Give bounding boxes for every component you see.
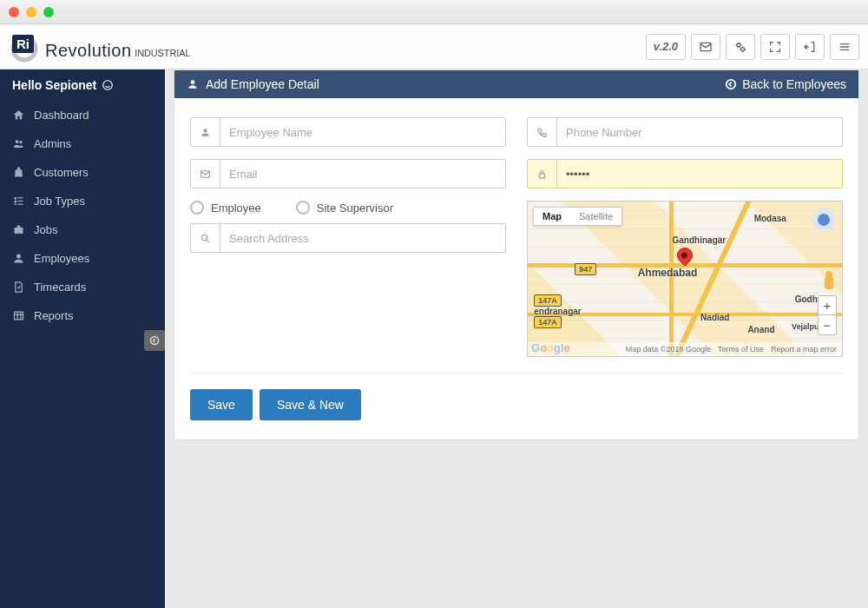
chevron-left-icon: [149, 335, 160, 346]
sidebar-item-job-types[interactable]: Job Types: [0, 187, 165, 215]
save-button[interactable]: Save: [190, 389, 253, 420]
brand-logo: Ri Revolution INDUSTRIAL: [9, 33, 191, 61]
map-city-label: Ahmedabad: [638, 267, 698, 279]
table-icon: [12, 309, 25, 322]
maximize-window-icon[interactable]: [43, 7, 54, 17]
email-field[interactable]: [190, 159, 506, 188]
settings-button[interactable]: [726, 34, 755, 60]
sidebar-item-employees[interactable]: Employees: [0, 244, 165, 273]
sidebar-item-dashboard[interactable]: Dashboard: [0, 101, 165, 129]
svg-rect-9: [17, 201, 23, 202]
content-area: Add Employee Detail Back to Employees: [165, 69, 868, 608]
brand-subtitle: INDUSTRIAL: [135, 48, 190, 58]
back-arrow-icon: [725, 78, 737, 90]
brand-name: Revolution: [45, 41, 132, 60]
envelope-icon: [200, 169, 211, 180]
svg-point-2: [741, 47, 745, 50]
users-icon: [12, 137, 25, 150]
role-supervisor-radio[interactable]: Site Supervisor: [296, 201, 393, 215]
sidebar-item-customers[interactable]: Customers: [0, 158, 165, 187]
briefcase-icon: [12, 223, 25, 236]
svg-rect-20: [539, 173, 545, 177]
svg-rect-11: [17, 204, 23, 205]
svg-rect-10: [15, 204, 17, 205]
list-icon: [12, 195, 25, 208]
svg-point-1: [737, 43, 740, 47]
svg-point-17: [727, 80, 736, 89]
fullscreen-button[interactable]: [760, 34, 790, 60]
sidebar-item-label: Job Types: [34, 195, 85, 208]
version-badge: v.2.0: [646, 34, 686, 60]
smile-icon: [102, 79, 114, 91]
sidebar-item-label: Employees: [34, 252, 89, 265]
password-field[interactable]: [527, 159, 843, 188]
svg-point-13: [16, 254, 21, 259]
panel-title: Add Employee Detail: [206, 77, 319, 91]
back-to-employees-link[interactable]: Back to Employees: [725, 77, 846, 91]
map-zoom-out-button[interactable]: −: [819, 315, 836, 334]
toolbar: v.2.0: [646, 34, 859, 60]
role-employee-radio[interactable]: Employee: [190, 201, 261, 215]
expand-icon: [768, 40, 782, 54]
svg-rect-14: [15, 312, 23, 320]
map-city-label: endranagar: [534, 307, 581, 316]
map-city-label: Anand: [747, 325, 774, 334]
sidebar-item-label: Reports: [34, 309, 74, 322]
sidebar-item-admins[interactable]: Admins: [0, 129, 165, 158]
greeting: Hello Sepionet: [0, 69, 165, 101]
svg-point-21: [201, 235, 207, 241]
panel-header: Add Employee Detail Back to Employees: [174, 70, 858, 98]
lock-icon: [536, 169, 548, 180]
top-app-bar: Ri Revolution INDUSTRIAL v.2.0: [0, 24, 868, 69]
map-report-link[interactable]: Report a map error: [771, 345, 837, 354]
map-zoom-control: + −: [818, 295, 837, 335]
sidebar-item-label: Dashboard: [34, 109, 89, 122]
bag-icon: [12, 166, 25, 179]
save-and-new-button[interactable]: Save & New: [260, 389, 361, 420]
close-window-icon[interactable]: [9, 7, 19, 17]
svg-rect-6: [15, 197, 17, 200]
phone-icon: [536, 127, 548, 138]
map-attribution: Map data ©2016 Google Terms of Use Repor…: [528, 342, 842, 356]
password-input[interactable]: [557, 160, 842, 188]
logout-button[interactable]: [795, 34, 825, 60]
sidebar-item-jobs[interactable]: Jobs: [0, 215, 165, 244]
streetview-pegman-icon[interactable]: [823, 271, 835, 290]
logout-icon: [803, 40, 817, 54]
panel: Add Employee Detail Back to Employees: [174, 69, 859, 440]
svg-point-3: [103, 81, 113, 90]
sidebar-item-timecards[interactable]: Timecards: [0, 273, 165, 301]
phone-field[interactable]: [527, 117, 843, 147]
map-city-label: Modasa: [754, 214, 786, 223]
search-address-field[interactable]: [190, 223, 506, 253]
svg-point-4: [16, 140, 19, 143]
search-icon: [200, 233, 211, 244]
map-widget[interactable]: Map Satellite Gandhinagar Ahmedabad Nadi…: [527, 201, 843, 357]
user-icon: [200, 127, 211, 138]
sidebar-item-reports[interactable]: Reports: [0, 301, 165, 330]
svg-point-15: [151, 337, 159, 345]
map-terms-link[interactable]: Terms of Use: [718, 345, 764, 354]
map-route-shield: 147A: [534, 294, 562, 307]
phone-input[interactable]: [557, 118, 842, 146]
sidebar-item-label: Timecards: [34, 281, 86, 294]
search-address-input[interactable]: [220, 224, 505, 252]
sidebar-collapse-button[interactable]: [144, 330, 165, 351]
file-icon: [12, 281, 25, 294]
svg-point-5: [19, 141, 22, 143]
sidebar: Hello Sepionet Dashboard Admins Customer…: [0, 69, 165, 608]
employee-name-field[interactable]: [190, 117, 506, 147]
user-icon: [12, 252, 25, 265]
menu-button[interactable]: [830, 34, 859, 60]
mail-button[interactable]: [691, 34, 720, 60]
map-zoom-in-button[interactable]: +: [819, 296, 836, 315]
email-input[interactable]: [220, 160, 505, 188]
gears-icon: [733, 40, 747, 54]
envelope-icon: [699, 40, 713, 54]
sidebar-item-label: Admins: [34, 137, 71, 150]
svg-rect-12: [15, 228, 23, 234]
sidebar-item-label: Jobs: [34, 223, 57, 236]
employee-name-input[interactable]: [220, 118, 505, 146]
svg-point-16: [191, 80, 195, 84]
minimize-window-icon[interactable]: [26, 7, 36, 17]
